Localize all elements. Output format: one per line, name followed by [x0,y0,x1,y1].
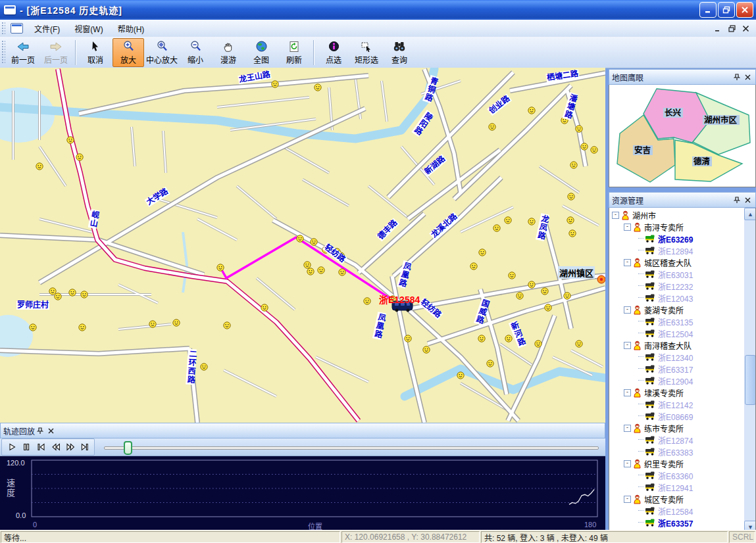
edge-marker[interactable] [597,275,605,283]
restore-button[interactable] [718,2,735,18]
vehicle-marker[interactable] [173,319,180,326]
tree-vehicle-row[interactable]: 浙E12584 [609,505,744,517]
map-canvas[interactable]: 龙王山路青铜路栖塘二路潘塘路创业路陵阳路新湖路大学路岘山德丰路龙溪北路轻纺路凤凰… [0,68,605,423]
tree-group-row[interactable]: -练市专卖所 [609,422,744,434]
tree-vehicle-row[interactable]: 浙E12142 [609,398,744,410]
tree-vehicle-row[interactable]: 浙E63269 [609,233,744,245]
collapse-icon[interactable]: - [612,212,619,219]
mdi-close-icon[interactable] [742,25,749,32]
tree-vehicle-row[interactable]: 浙E12894 [609,245,744,256]
vehicle-marker[interactable] [55,293,61,300]
vehicle-marker[interactable] [478,335,485,342]
tree-vehicle-row[interactable]: 浙E63360 [609,469,744,481]
vehicle-marker[interactable] [30,324,36,331]
vehicle-marker[interactable] [576,126,582,132]
playback-fast-forward-button[interactable] [63,440,77,454]
vehicle-marker[interactable] [545,304,551,311]
toolbar-button-arrow-right[interactable]: 后一页 [40,38,72,67]
vehicle-marker[interactable] [509,272,515,279]
tree-group-row[interactable]: -南浔稽查大队 [609,339,744,351]
close-icon[interactable] [742,195,753,205]
menu-item-0[interactable]: 文件(F) [27,20,67,37]
playback-slider[interactable] [104,440,599,454]
vehicle-marker[interactable] [81,291,88,298]
collapse-icon[interactable]: - [624,259,631,266]
toolbar-button-cursor[interactable]: 取消 [80,38,111,67]
mdi-minimize-icon[interactable] [715,25,722,32]
mdi-document-icon[interactable] [11,23,23,34]
tree-vehicle-row[interactable]: 浙E12043 [609,292,744,304]
toolbar-button-refresh[interactable]: 刷新 [278,38,310,67]
toolbar-button-rect-select[interactable]: 矩形选 [351,38,382,67]
tree-vehicle-row[interactable]: 浙E12941 [609,481,744,493]
scroll-up-icon[interactable]: ▲ [744,208,756,220]
tree-vehicle-row[interactable]: 浙E12340 [609,351,744,363]
vehicle-marker[interactable] [79,324,86,331]
vehicle-marker[interactable] [542,288,548,295]
vehicle-marker[interactable] [487,360,493,367]
tree-vehicle-row[interactable]: 浙E63135 [609,316,744,327]
vehicle-marker[interactable] [569,230,576,237]
vehicle-marker[interactable] [297,235,303,242]
vehicle-marker[interactable] [364,298,370,304]
toolbar-button-info-select[interactable]: 点选 [318,38,349,67]
vehicle-marker[interactable] [581,143,588,150]
tree-group-row[interactable]: -织里专卖所 [609,458,744,469]
minimize-button[interactable] [699,2,717,18]
vehicle-marker[interactable] [217,264,224,271]
vehicle-marker[interactable] [479,249,486,256]
vehicle-marker[interactable] [535,341,542,347]
menu-item-2[interactable]: 帮助(H) [111,20,152,37]
vehicle-marker[interactable] [568,193,574,200]
tree-group-row[interactable]: -南浔专卖所 [609,221,744,233]
slider-thumb[interactable] [124,441,132,455]
vehicle-marker[interactable] [564,293,570,299]
vehicle-marker[interactable] [576,341,582,347]
close-icon[interactable] [742,72,753,82]
playback-rewind-button[interactable] [48,440,63,454]
tree-group-row[interactable]: -城区专卖所 [609,493,744,505]
toolbar-button-binoculars[interactable]: 查询 [384,38,415,67]
vehicle-marker[interactable] [67,137,74,143]
menu-item-1[interactable]: 视窗(W) [67,20,110,37]
vehicle-marker[interactable] [69,289,76,296]
toolbar-button-globe[interactable]: 全图 [245,38,277,67]
vehicle-marker[interactable] [76,154,83,160]
tree-group-row[interactable]: -菱湖专卖所 [609,304,744,316]
vehicle-marker[interactable] [224,322,230,329]
close-icon[interactable] [45,425,56,436]
collapse-icon[interactable]: - [624,496,631,503]
vehicle-marker[interactable] [561,117,568,124]
tree-vehicle-row[interactable]: 浙E63357 [609,517,744,529]
vehicle-marker[interactable] [493,225,500,231]
vehicle-marker[interactable] [149,321,156,327]
tree-group-row[interactable]: -埭溪专卖所 [609,387,744,398]
vehicle-marker[interactable] [457,372,464,379]
scrollbar-thumb[interactable] [745,355,756,405]
tree-vehicle-row[interactable]: 浙E12904 [609,375,744,387]
collapse-icon[interactable]: - [624,224,631,231]
vehicle-marker[interactable] [261,304,268,311]
tree-vehicle-row[interactable]: 浙E63317 [609,363,744,375]
tree-vehicle-row[interactable]: 浙E63383 [609,446,744,458]
vehicle-marker[interactable] [528,107,535,114]
pin-icon[interactable] [732,72,742,82]
vehicle-marker[interactable] [307,268,314,275]
pin-icon[interactable] [732,195,742,205]
toolbar-button-zoom-center[interactable]: 中心放大 [145,38,178,67]
vehicle-marker[interactable] [315,84,321,91]
tree-group-row[interactable]: -城区稽查大队 [609,256,744,268]
vehicle-marker[interactable] [423,346,430,353]
collapse-icon[interactable]: - [624,425,631,432]
vehicle-marker[interactable] [304,262,311,268]
tracked-vehicle-icon[interactable] [392,301,413,312]
vehicle-marker[interactable] [318,267,324,273]
tree-scrollbar[interactable]: ▲ ▼ [744,208,755,533]
vehicle-marker[interactable] [570,162,577,168]
vehicle-marker[interactable] [322,247,329,253]
menubar-grip-handle[interactable] [1,22,5,35]
tree-vehicle-row[interactable]: 浙E12232 [609,280,744,292]
toolbar-button-zoom-in[interactable]: 放大 [113,38,144,67]
vehicle-marker[interactable] [272,81,278,87]
vehicle-marker[interactable] [338,252,344,259]
